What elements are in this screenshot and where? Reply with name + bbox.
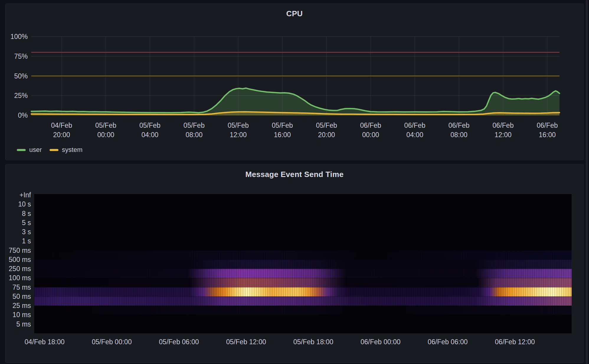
heatmap-x-label: 04/Feb 18:00 — [6, 338, 83, 346]
heatmap-x-label: 06/Feb 06:00 — [409, 338, 486, 346]
heatmap-x-label: 05/Feb 06:00 — [140, 338, 217, 346]
page-scrollbar[interactable] — [586, 0, 588, 364]
legend-item-system[interactable]: system — [50, 146, 83, 154]
x-axis-label: 06/Feb00:00 — [346, 121, 396, 140]
heatmap-y-label-10s: 10 s — [6, 200, 31, 208]
cpu-chart-plot[interactable]: 0%25%50%75%100%04/Feb20:0005/Feb00:0005/… — [6, 4, 583, 160]
x-axis-label: 05/Feb08:00 — [169, 121, 219, 140]
heatmap-y-label-3s: 3 s — [6, 228, 31, 236]
y-axis-label-75%: 75% — [6, 53, 28, 60]
x-axis-label: 05/Feb12:00 — [213, 121, 263, 140]
x-axis-label: 04/Feb20:00 — [37, 121, 87, 140]
x-axis-label: 06/Feb08:00 — [434, 121, 484, 140]
heatmap-y-label-750ms: 750 ms — [6, 247, 31, 254]
y-axis-label-0%: 0% — [6, 112, 28, 119]
x-axis-label: 05/Feb00:00 — [81, 121, 131, 140]
heatmap-x-label: 05/Feb 18:00 — [275, 338, 352, 346]
heatmap-y-label-10ms: 10 ms — [6, 311, 31, 319]
heatmap-y-label-5s: 5 s — [6, 219, 31, 227]
heatmap-plot[interactable]: +Inf10 s8 s5 s3 s1 s750 ms500 ms250 ms10… — [6, 165, 583, 363]
cpu-panel: CPU 0%25%50%75%100%04/Feb20:0005/Feb00:0… — [5, 4, 584, 160]
heatmap-panel: Message Event Send Time +Inf10 s8 s5 s3 … — [5, 164, 584, 363]
heatmap-x-label: 05/Feb 00:00 — [73, 338, 150, 346]
system-series-swatch — [50, 149, 58, 151]
x-axis-label: 06/Feb12:00 — [478, 121, 528, 140]
user-series-area — [31, 88, 559, 115]
heatmap-y-label-1s: 1 s — [6, 237, 31, 245]
heatmap-y-label-50ms: 50 ms — [6, 293, 31, 300]
legend-label-user: user — [29, 146, 42, 154]
legend-label-system: system — [62, 146, 83, 154]
heatmap-y-label-100ms: 100 ms — [6, 274, 31, 282]
y-axis-label-100%: 100% — [6, 33, 28, 40]
heatmap-x-label: 05/Feb 12:00 — [208, 338, 284, 346]
heatmap-y-label-5ms: 5 ms — [6, 320, 31, 328]
heatmap-svg[interactable] — [6, 165, 583, 363]
y-axis-label-25%: 25% — [6, 92, 28, 99]
heatmap-y-label-25ms: 25 ms — [6, 302, 31, 309]
cpu-legend: user system — [17, 146, 82, 154]
legend-item-user[interactable]: user — [17, 146, 42, 154]
heatmap-y-label-250ms: 250 ms — [6, 265, 31, 273]
user-series-swatch — [17, 149, 26, 151]
heatmap-y-label-+Inf: +Inf — [6, 191, 31, 199]
x-axis-label: 06/Feb16:00 — [522, 121, 572, 140]
x-axis-label: 05/Feb16:00 — [257, 121, 307, 140]
heatmap-cell-texture — [34, 194, 572, 333]
heatmap-y-label-8s: 8 s — [6, 210, 31, 217]
heatmap-x-label: 06/Feb 12:00 — [477, 338, 553, 346]
heatmap-x-label: 06/Feb 00:00 — [342, 338, 419, 346]
x-axis-label: 05/Feb20:00 — [301, 121, 351, 140]
x-axis-label: 06/Feb04:00 — [390, 121, 440, 140]
y-axis-label-50%: 50% — [6, 72, 28, 80]
heatmap-y-label-500ms: 500 ms — [6, 256, 31, 263]
heatmap-y-label-75ms: 75 ms — [6, 283, 31, 291]
x-axis-label: 05/Feb04:00 — [125, 121, 175, 140]
